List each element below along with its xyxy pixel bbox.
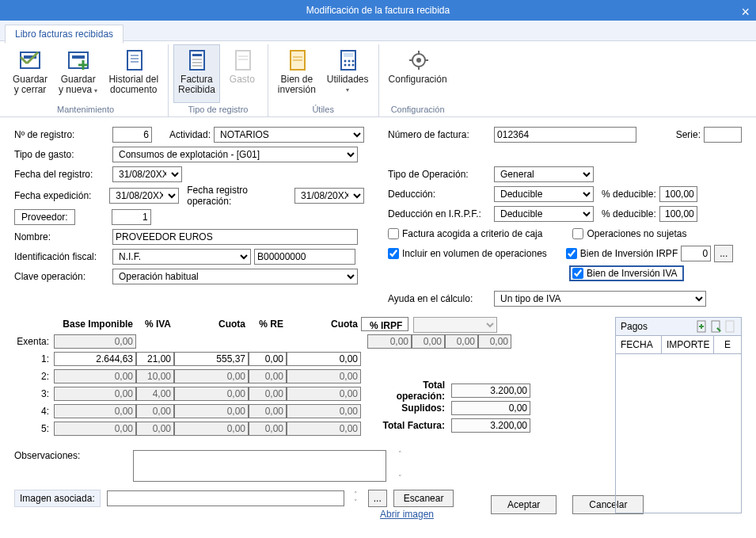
svg-rect-13 xyxy=(192,54,202,56)
col-iva: % IVA xyxy=(136,317,174,333)
guardar-nueva-button[interactable]: Guardar y nueva ▾ xyxy=(54,44,102,103)
abrir-imagen-link[interactable]: Abrir imagen xyxy=(380,509,434,520)
numfact-input[interactable] xyxy=(494,127,636,143)
idfiscal-label: Identificación fiscal: xyxy=(14,251,109,262)
nombre-input[interactable] xyxy=(112,229,358,245)
irpf-c xyxy=(445,334,478,349)
configuracion-button[interactable]: Configuración xyxy=(384,44,452,103)
nombre-label: Nombre: xyxy=(14,231,109,242)
guardar-cerrar-button[interactable]: Guardar y cerrar xyxy=(8,44,52,103)
pagos-col-importe[interactable]: IMPORTE xyxy=(662,336,714,353)
titlebar: Modificación de la factura recibida × xyxy=(0,0,756,21)
col-re: % RE xyxy=(249,317,287,333)
pct2-label: % deducible: xyxy=(602,208,656,219)
cuotare-input[interactable] xyxy=(287,352,361,366)
cuotare-input xyxy=(287,422,361,436)
observaciones-textarea[interactable] xyxy=(133,450,386,482)
svg-point-25 xyxy=(344,60,347,63)
actividad-select[interactable]: NOTARIOS xyxy=(214,127,364,143)
col-cuotare: Cuota xyxy=(287,317,361,333)
row-label: 4: xyxy=(14,406,54,417)
gasto-button: Gasto xyxy=(222,44,263,103)
fechaexp-input[interactable]: 31/08/20XX xyxy=(109,188,179,204)
imagen-input[interactable] xyxy=(107,490,344,506)
pagos-col-e[interactable]: E xyxy=(714,336,741,353)
page-add-icon[interactable] xyxy=(697,320,708,333)
svg-point-30 xyxy=(352,64,355,67)
iva-input xyxy=(136,387,174,401)
chk-caja[interactable]: Factura acogida a criterio de caja xyxy=(388,228,542,239)
iva-input xyxy=(136,369,174,383)
page-new-icon[interactable] xyxy=(711,320,722,333)
col-cuota: Cuota xyxy=(174,317,249,333)
chk-bieniva[interactable]: Bien de Inversión IVA xyxy=(572,268,678,279)
actividad-label: Actividad: xyxy=(169,129,211,140)
bienirpf-dots-button[interactable]: ... xyxy=(714,245,733,262)
chk-nosujetas[interactable]: Operaciones no sujetas xyxy=(572,228,686,239)
historial-button[interactable]: Historial del documento xyxy=(104,44,163,103)
nregistro-label: Nº de registro: xyxy=(14,129,109,140)
cuota-input xyxy=(174,387,249,401)
cuotare-input xyxy=(287,387,361,401)
utilidades-button[interactable]: Utilidades ▾ xyxy=(322,44,374,103)
base-input xyxy=(54,422,136,436)
fechaop-input[interactable]: 31/08/20XX xyxy=(294,188,364,204)
imagen-browse-button[interactable]: ... xyxy=(368,490,387,507)
proveedor-button[interactable]: Proveedor: xyxy=(14,209,75,225)
page-delete-icon[interactable] xyxy=(725,320,736,333)
observaciones-label: Observaciones: xyxy=(14,450,125,461)
tab-libro-facturas[interactable]: Libro facturas recibidas xyxy=(5,25,123,44)
factura-recibida-button[interactable]: Factura Recibida xyxy=(173,44,220,103)
base-input xyxy=(54,404,136,418)
chk-bienirpf[interactable]: Bien de Inversión IRPF xyxy=(566,248,678,259)
dedirpf-select[interactable]: Deducible xyxy=(494,206,594,222)
irpf-d xyxy=(478,334,511,349)
svg-point-29 xyxy=(348,64,351,67)
iva-input[interactable] xyxy=(136,352,174,366)
dedirpf-label: Deducción en I.R.P.F.: xyxy=(388,208,491,219)
pagos-col-fecha[interactable]: FECHA xyxy=(616,336,662,353)
chk-volumen[interactable]: Incluir en volumen de operaciones xyxy=(388,248,547,259)
ribbon: Guardar y cerrar Guardar y nueva ▾ Histo… xyxy=(0,41,756,117)
escanear-button[interactable]: Escanear xyxy=(393,490,454,507)
aceptar-button[interactable]: Aceptar xyxy=(491,495,557,514)
svg-rect-24 xyxy=(344,53,353,57)
exenta-label: Exenta: xyxy=(14,336,54,347)
proveedor-input[interactable] xyxy=(112,209,151,225)
re-input xyxy=(249,404,287,418)
pct1-input[interactable] xyxy=(659,186,697,202)
pct1-label: % deducible: xyxy=(602,189,656,200)
svg-point-27 xyxy=(352,60,355,63)
ayuda-label: Ayuda en el cálculo: xyxy=(388,293,491,304)
scrollbar[interactable]: ˄˅ xyxy=(394,450,405,482)
fechaop-label: Fecha registro operación: xyxy=(187,185,291,207)
row-label: 3: xyxy=(14,388,54,399)
fecharegistro-input[interactable]: 31/08/20XX xyxy=(112,166,182,182)
re-input[interactable] xyxy=(249,352,287,366)
tipogasto-select[interactable]: Consumos de explotación - [G01] xyxy=(112,147,358,162)
scrollbar[interactable]: ˄˅ xyxy=(351,490,362,506)
bien-inversion-button[interactable]: Bien de inversión xyxy=(273,44,321,103)
claveop-select[interactable]: Operación habitual xyxy=(112,269,358,284)
expense-icon xyxy=(230,48,255,73)
svg-rect-12 xyxy=(190,51,204,70)
nregistro-input[interactable] xyxy=(112,127,152,143)
totalfac-val xyxy=(451,418,530,433)
idfiscal-input[interactable] xyxy=(254,249,355,265)
pct2-input[interactable] xyxy=(659,206,697,222)
idfiscal-tipo-select[interactable]: N.I.F. xyxy=(112,249,251,265)
base-input xyxy=(54,387,136,401)
suplidos-val[interactable] xyxy=(451,401,530,415)
tab-strip: Libro facturas recibidas xyxy=(0,21,756,41)
serie-input[interactable] xyxy=(704,127,742,143)
ayuda-select[interactable]: Un tipo de IVA xyxy=(494,291,706,307)
bienirpf-input[interactable] xyxy=(681,246,711,261)
base-input[interactable] xyxy=(54,352,136,366)
close-icon[interactable]: × xyxy=(741,2,750,22)
tipoop-select[interactable]: General xyxy=(494,166,594,182)
svg-rect-8 xyxy=(127,51,142,70)
cuota-input[interactable] xyxy=(174,352,249,366)
row-label: 1: xyxy=(14,353,54,364)
deduccion-select[interactable]: Deducible xyxy=(494,186,594,202)
cuota-input xyxy=(174,404,249,418)
